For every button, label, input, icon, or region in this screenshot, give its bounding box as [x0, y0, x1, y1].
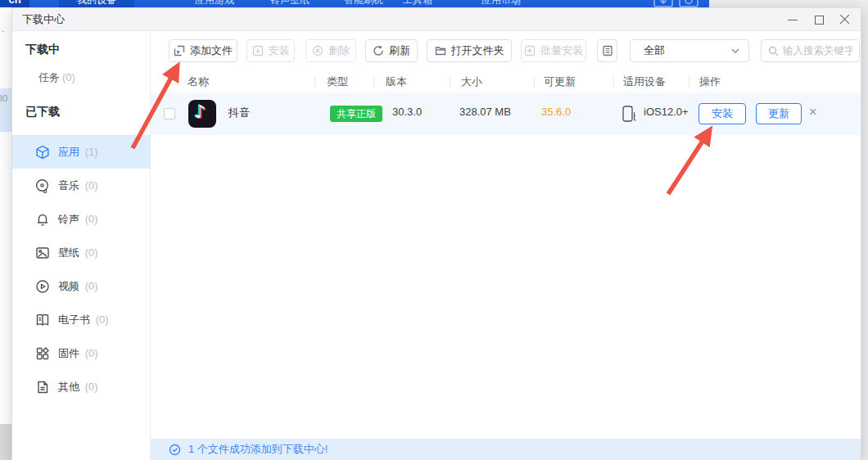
section-downloaded: 已下载 — [25, 105, 60, 120]
list-icon — [602, 45, 613, 56]
update-version: 35.6.0 — [541, 106, 571, 118]
ebook-icon — [35, 313, 50, 327]
row-install-button[interactable]: 安装 — [698, 103, 746, 124]
sidebar: 下载中 任务(0) 已下载 应用 (1) 音乐 (0) 铃声 (0) — [12, 31, 151, 460]
close-button[interactable] — [839, 14, 851, 25]
open-folder-label: 打开文件夹 — [451, 43, 504, 58]
sidebar-item-tasks[interactable]: 任务(0) — [38, 70, 75, 85]
sidebar-item-ebooks[interactable]: 电子书 (0) — [12, 303, 151, 336]
phone-icon — [622, 105, 638, 123]
refresh-label: 刷新 — [389, 43, 410, 58]
add-file-button[interactable]: 添加文件 — [169, 39, 237, 62]
desktop-area — [709, 0, 868, 7]
task-count: (0) — [62, 71, 75, 83]
col-size: 大小 — [461, 74, 482, 89]
sidebar-item-music[interactable]: 音乐 (0) — [12, 169, 151, 202]
firmware-blocks-icon — [35, 346, 50, 361]
background-gray-block — [0, 424, 11, 460]
batch-install-button: 批量安装 — [521, 39, 586, 62]
search-icon — [768, 46, 779, 56]
batch-install-icon — [524, 45, 536, 56]
maximize-button[interactable] — [813, 14, 825, 25]
main-panel: 添加文件 安装 删除 刷新 打开文件夹 — [151, 31, 861, 460]
col-version: 版本 — [386, 74, 407, 89]
refresh-button[interactable]: 刷新 — [365, 39, 418, 62]
delete-icon — [312, 45, 323, 56]
app-version: 30.3.0 — [392, 106, 422, 118]
download-center-window: 下载中心 下载中 任务(0) 已下载 应用 (1) 音乐 (0) — [11, 7, 861, 460]
background-topbar-icons — [653, 0, 703, 7]
col-name: 名称 — [188, 74, 209, 89]
section-downloading: 下载中 — [25, 43, 60, 57]
bell-icon — [35, 212, 50, 227]
app-size: 328.07 MB — [459, 106, 511, 118]
background-tab-6: 应用市场 — [481, 0, 521, 7]
table-header: 名称 类型 版本 大小 可更新 适用设备 操作 — [151, 70, 861, 93]
douyin-app-icon: ♪♪♪ — [188, 100, 216, 128]
sidebar-item-label: 壁纸 (0) — [58, 246, 98, 260]
sidebar-item-label: 视频 (0) — [58, 279, 98, 294]
task-label: 任务 — [38, 71, 60, 83]
background-tab-3: 铃声壁纸 — [270, 0, 310, 7]
filter-dropdown[interactable]: 全部 — [630, 39, 749, 62]
folder-icon — [435, 45, 446, 56]
sidebar-item-label: 音乐 (0) — [58, 178, 98, 193]
background-app-left-edge: ˇ 30 — [0, 7, 11, 460]
col-updatable: 可更新 — [544, 74, 576, 89]
sidebar-item-others[interactable]: 其他 (0) — [12, 370, 151, 404]
video-play-icon — [35, 279, 50, 294]
device-requirement: iOS12.0+ — [644, 106, 689, 118]
background-tab-5: 工具箱 — [403, 0, 432, 7]
background-number: 30 — [0, 93, 7, 103]
chevron-down-icon — [730, 46, 740, 56]
sidebar-item-label: 其他 (0) — [58, 380, 98, 395]
background-app-topbar: cn 我的设备 应用游戏 铃声壁纸 智能刷机 工具箱 应用市场 — [0, 0, 709, 7]
app-name: 抖音 — [228, 106, 250, 120]
list-view-button[interactable] — [597, 39, 617, 62]
add-file-icon — [174, 45, 185, 56]
license-badge: 共享正版 — [330, 106, 382, 122]
background-tab-4: 智能刷机 — [344, 0, 383, 7]
sidebar-item-ringtones[interactable]: 铃声 (0) — [12, 202, 151, 236]
sidebar-item-wallpapers[interactable]: 壁纸 (0) — [12, 236, 151, 269]
install-button: 安装 — [246, 39, 295, 62]
batch-install-label: 批量安装 — [540, 43, 583, 58]
refresh-icon — [373, 45, 384, 56]
delete-label: 删除 — [328, 43, 350, 58]
search-input[interactable] — [783, 45, 852, 56]
sidebar-item-videos[interactable]: 视频 (0) — [12, 269, 151, 303]
sidebar-item-apps[interactable]: 应用 (1) — [12, 135, 151, 169]
app-cube-icon — [35, 145, 50, 160]
window-titlebar: 下载中心 — [12, 8, 861, 31]
window-title: 下载中心 — [22, 12, 65, 27]
background-app-logo: cn — [0, 0, 29, 7]
sidebar-item-label: 固件 (0) — [58, 346, 98, 361]
chevron-icon: ˇ — [2, 30, 4, 39]
delete-button: 删除 — [305, 39, 356, 62]
install-icon — [252, 45, 264, 56]
search-box — [761, 39, 860, 62]
col-type: 类型 — [327, 74, 348, 89]
background-tab-1: 我的设备 — [59, 0, 134, 7]
row-remove-icon[interactable]: × — [809, 105, 816, 120]
sidebar-item-label: 电子书 (0) — [58, 313, 109, 327]
row-checkbox[interactable] — [164, 108, 175, 120]
sidebar-item-firmware[interactable]: 固件 (0) — [12, 336, 151, 370]
status-message: 1 个文件成功添加到下载中心! — [188, 442, 328, 457]
col-actions: 操作 — [699, 74, 721, 89]
file-other-icon — [35, 380, 50, 395]
add-file-label: 添加文件 — [190, 43, 233, 58]
open-folder-button[interactable]: 打开文件夹 — [427, 39, 512, 62]
sidebar-item-label: 应用 (1) — [58, 145, 98, 160]
col-device: 适用设备 — [623, 74, 666, 89]
picture-icon — [35, 246, 50, 260]
check-circle-icon — [169, 444, 181, 456]
row-update-button[interactable]: 更新 — [756, 103, 802, 124]
music-disc-icon — [35, 178, 50, 193]
install-label: 安装 — [269, 43, 290, 58]
minimize-button[interactable] — [787, 14, 798, 25]
filter-value: 全部 — [644, 43, 665, 58]
table-row: ♪♪♪ 抖音 共享正版 30.3.0 328.07 MB 35.6.0 iOS1… — [151, 92, 861, 135]
sidebar-item-label: 铃声 (0) — [58, 212, 98, 227]
background-tab-2: 应用游戏 — [195, 0, 234, 7]
